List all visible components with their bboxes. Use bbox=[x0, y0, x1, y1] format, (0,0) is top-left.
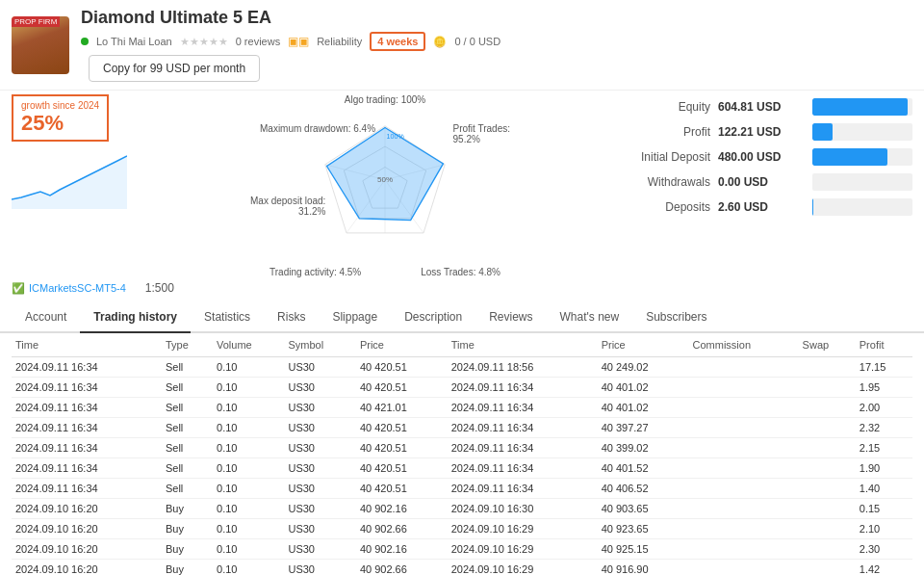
cell-value: 2024.09.10 16:20 bbox=[12, 499, 162, 519]
tab-statistics[interactable]: Statistics bbox=[191, 302, 264, 333]
cell-value: 2024.09.11 16:34 bbox=[12, 458, 162, 479]
table-header-row: Time Type Volume Symbol Price Time Price… bbox=[12, 333, 912, 357]
deposits-row: Deposits 2.60 USD bbox=[604, 195, 912, 220]
col-type: Type bbox=[162, 333, 213, 357]
cell-value bbox=[689, 438, 799, 458]
tab-whats-new[interactable]: What's new bbox=[547, 302, 633, 333]
cell-value: 2024.09.11 18:56 bbox=[448, 357, 598, 378]
growth-label: growth since 2024 bbox=[21, 100, 99, 111]
cell-value: 40 902.16 bbox=[356, 539, 448, 560]
tab-description[interactable]: Description bbox=[391, 302, 475, 333]
copy-btn-row: Copy for 99 USD per month bbox=[81, 55, 500, 82]
cell-value: 0.10 bbox=[213, 357, 284, 378]
svg-marker-8 bbox=[327, 128, 444, 221]
tab-account[interactable]: Account bbox=[12, 302, 80, 333]
cell-value: 2024.09.10 16:30 bbox=[448, 499, 598, 519]
cell-value: 0.10 bbox=[213, 418, 284, 438]
cell-type: Sell bbox=[162, 438, 213, 458]
cell-value: 2024.09.11 16:34 bbox=[448, 418, 598, 438]
cell-value: 2024.09.11 16:34 bbox=[12, 479, 162, 499]
coin-icon: 🪙 bbox=[433, 36, 447, 48]
tab-trading-history[interactable]: Trading history bbox=[80, 302, 191, 333]
cell-type: Sell bbox=[162, 479, 213, 499]
stars: ★★★★★ bbox=[180, 36, 228, 48]
tab-reviews[interactable]: Reviews bbox=[475, 302, 546, 333]
mini-chart bbox=[12, 142, 127, 209]
col-profit: Profit bbox=[856, 333, 912, 357]
col-price-open: Price bbox=[356, 333, 448, 357]
table-row: 2024.09.10 16:20Buy0.10US3040 902.162024… bbox=[12, 539, 912, 560]
cell-value: US30 bbox=[284, 539, 355, 560]
tab-subscribers[interactable]: Subscribers bbox=[632, 302, 720, 333]
cell-value: 2024.09.11 16:34 bbox=[448, 479, 598, 499]
cell-value: 2024.09.11 16:34 bbox=[12, 357, 162, 378]
algo-label: Algo trading: 100% bbox=[345, 94, 426, 105]
page-title: Diamond Ultimate 5 EA bbox=[81, 8, 500, 28]
growth-badge: growth since 2024 25% bbox=[12, 94, 109, 142]
cell-value bbox=[799, 519, 856, 539]
cell-value: 2024.09.10 16:20 bbox=[12, 519, 162, 539]
cell-value: 0.10 bbox=[213, 479, 284, 499]
cell-value: 1.90 bbox=[856, 458, 912, 479]
deposits-bar-container bbox=[812, 198, 912, 216]
reliability-label: Reliability bbox=[317, 36, 362, 47]
tabs-container: Account Trading history Statistics Risks… bbox=[0, 302, 924, 333]
cell-value bbox=[689, 398, 799, 418]
cell-value: 2024.09.11 16:34 bbox=[448, 378, 598, 398]
cell-type: Sell bbox=[162, 398, 213, 418]
equity-value: 604.81 USD bbox=[718, 100, 805, 114]
table-row: 2024.09.11 16:34Sell0.10US3040 420.51202… bbox=[12, 357, 912, 378]
equity-row: Equity 604.81 USD bbox=[604, 94, 912, 119]
cell-value: 40 420.51 bbox=[356, 378, 448, 398]
cell-value: 2.00 bbox=[856, 398, 912, 418]
cell-type: Buy bbox=[162, 519, 213, 539]
col-price-close: Price bbox=[598, 333, 689, 357]
cell-value bbox=[799, 418, 856, 438]
table-row: 2024.09.11 16:34Sell0.10US3040 420.51202… bbox=[12, 378, 912, 398]
cell-value: 0.10 bbox=[213, 378, 284, 398]
initial-deposit-value: 480.00 USD bbox=[718, 150, 805, 164]
initial-deposit-row: Initial Deposit 480.00 USD bbox=[604, 144, 912, 170]
table-row: 2024.09.11 16:34Sell0.10US3040 420.51202… bbox=[12, 418, 912, 438]
cell-value: US30 bbox=[284, 499, 355, 519]
tab-slippage[interactable]: Slippage bbox=[319, 302, 391, 333]
profit-label: Profit bbox=[604, 125, 710, 139]
cell-value: 1.42 bbox=[856, 560, 912, 576]
cell-type: Buy bbox=[162, 560, 213, 576]
cell-value: 40 420.51 bbox=[356, 479, 448, 499]
copy-button[interactable]: Copy for 99 USD per month bbox=[89, 55, 260, 82]
cell-value bbox=[799, 560, 856, 576]
broker-name: ICMarketsSC-MT5-4 bbox=[29, 282, 126, 294]
cell-value: 2.32 bbox=[856, 418, 912, 438]
tab-risks[interactable]: Risks bbox=[264, 302, 319, 333]
cell-value: US30 bbox=[284, 418, 355, 438]
equity-bar bbox=[812, 98, 908, 116]
status-dot bbox=[81, 38, 89, 45]
weeks-badge[interactable]: 4 weeks bbox=[370, 32, 425, 51]
cell-value: 0.10 bbox=[213, 519, 284, 539]
table-row: 2024.09.11 16:34Sell0.10US3040 420.51202… bbox=[12, 438, 912, 458]
cell-value bbox=[689, 499, 799, 519]
cell-type: Sell bbox=[162, 458, 213, 479]
cell-value: 40 420.51 bbox=[356, 418, 448, 438]
cell-value bbox=[799, 539, 856, 560]
avatar: PROP FIRM bbox=[12, 16, 69, 74]
table-row: 2024.09.11 16:34Sell0.10US3040 420.51202… bbox=[12, 458, 912, 479]
cell-value: US30 bbox=[284, 357, 355, 378]
withdrawals-label: Withdrawals bbox=[604, 175, 710, 189]
check-icon: ✅ bbox=[12, 282, 25, 295]
cell-value: 2.10 bbox=[856, 519, 912, 539]
author-name: Lo Thi Mai Loan bbox=[96, 36, 172, 47]
cell-value: 0.10 bbox=[213, 438, 284, 458]
cell-value bbox=[799, 398, 856, 418]
cell-value: 0.10 bbox=[213, 499, 284, 519]
cell-value bbox=[799, 499, 856, 519]
col-volume: Volume bbox=[213, 333, 284, 357]
cell-value: 2024.09.11 16:34 bbox=[448, 458, 598, 479]
cell-value: 2024.09.11 16:34 bbox=[12, 418, 162, 438]
col-time-close: Time bbox=[448, 333, 598, 357]
coins-value: 0 / 0 USD bbox=[454, 36, 500, 47]
cell-value: US30 bbox=[284, 560, 355, 576]
trading-activity-label: Trading activity: 4.5% bbox=[270, 267, 361, 277]
cell-value: 40 902.66 bbox=[356, 519, 448, 539]
